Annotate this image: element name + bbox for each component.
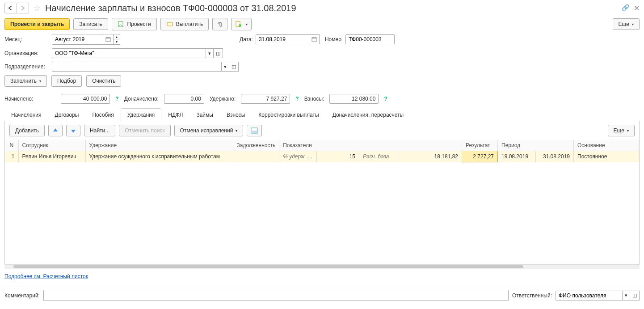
month-down-icon[interactable]: ▼ (114, 39, 120, 44)
org-label: Организация: (4, 50, 49, 56)
move-down-button[interactable] (66, 125, 80, 136)
post-close-button[interactable]: Провести и закрыть (4, 18, 70, 30)
org-open-icon[interactable]: ◫ (214, 48, 223, 58)
tab-7[interactable]: Корректировки выплаты (252, 108, 325, 121)
attach-button[interactable] (212, 18, 227, 30)
month-input[interactable] (52, 34, 103, 45)
col-debt[interactable]: Задолженность (233, 140, 279, 151)
clear-button[interactable]: Очистить (86, 75, 121, 87)
withheld-label: Удержано: (210, 96, 236, 102)
dept-open-icon[interactable]: ◫ (229, 62, 239, 72)
dept-label: Подразделение: (4, 63, 49, 70)
extra-label: Доначислено: (124, 96, 159, 102)
tab-1[interactable]: Договоры (48, 108, 86, 121)
comment-label: Комментарий: (4, 292, 40, 299)
details-link[interactable]: Подробнее см. Расчетный листок (0, 269, 93, 284)
contrib-label: Взносы: (304, 96, 324, 102)
accrued-value: 40 000,00 (61, 94, 110, 104)
sub-more-button[interactable]: Еще ▾ (608, 125, 635, 136)
save-button[interactable]: Записать (73, 18, 108, 30)
cell-deduction: Удержание осужденного к исправительным р… (85, 151, 233, 162)
comment-input[interactable] (43, 290, 509, 301)
fill-button[interactable]: Заполнить ▾ (4, 75, 47, 87)
contrib-value: 12 080,00 (329, 94, 379, 104)
cell-ind-val: 15 (317, 151, 359, 162)
col-n[interactable]: N (5, 140, 18, 151)
cell-employee: Репин Илья Игоревич (18, 151, 85, 162)
cell-basis: Постоянное (574, 151, 639, 162)
close-icon[interactable]: ✕ (634, 4, 640, 13)
post-button[interactable]: Провести (112, 18, 157, 30)
date-calendar-icon[interactable] (309, 34, 320, 44)
tab-2[interactable]: Пособия (85, 108, 120, 121)
table-row[interactable]: 1 Репин Илья Игоревич Удержание осужденн… (5, 151, 639, 162)
cell-base-label: Расч. база (359, 151, 397, 162)
svg-rect-5 (106, 38, 110, 38)
help-icon[interactable]: ? (295, 96, 299, 102)
link-icon[interactable]: 🔗 (622, 4, 629, 13)
page-title: Начисление зарплаты и взносов ТФ00-00000… (45, 3, 619, 13)
add-button[interactable]: Добавить (9, 125, 45, 136)
cell-result[interactable]: 2 727,27 (462, 151, 498, 162)
cell-debt (233, 151, 279, 162)
org-input[interactable] (52, 48, 206, 58)
nav-back-button[interactable] (4, 3, 17, 13)
pay-button[interactable]: Выплатить (160, 18, 209, 30)
responsible-input[interactable] (556, 291, 623, 301)
cell-period-to: 31.08.2019 (536, 151, 574, 162)
col-employee[interactable]: Сотрудник (18, 140, 85, 151)
svg-point-3 (239, 24, 241, 27)
col-deduction[interactable]: Удержание (85, 140, 233, 151)
pick-button[interactable]: Подбор (51, 75, 82, 87)
tab-3[interactable]: Удержания (121, 108, 162, 121)
help-icon[interactable]: ? (115, 96, 118, 102)
tab-8[interactable]: Доначисления, перерасчеты (326, 108, 410, 121)
tab-5[interactable]: Займы (189, 108, 220, 121)
date-input[interactable] (256, 34, 309, 44)
horizontal-scrollbar[interactable] (4, 264, 640, 269)
tab-6[interactable]: Взносы (220, 108, 252, 121)
cell-period-from: 19.08.2019 (498, 151, 536, 162)
find-button[interactable]: Найти... (84, 125, 115, 136)
responsible-open-icon[interactable]: ◫ (630, 291, 640, 301)
cancel-search-button: Отменить поиск (119, 125, 170, 136)
move-up-button[interactable] (48, 125, 63, 136)
cell-ind-label: % удерж. … (279, 151, 317, 162)
cell-base-val: 18 181,82 (397, 151, 462, 162)
dept-input[interactable] (52, 62, 222, 72)
org-dropdown-icon[interactable]: ▾ (206, 48, 214, 58)
date-label: Дата: (240, 36, 253, 42)
favorite-star-icon[interactable]: ☆ (34, 3, 41, 13)
nav-forward-button[interactable] (17, 3, 29, 13)
col-basis[interactable]: Основание (574, 140, 639, 151)
tab-0[interactable]: Начисления (4, 108, 48, 121)
svg-rect-7 (312, 38, 316, 38)
responsible-dropdown-icon[interactable]: ▾ (623, 291, 630, 301)
col-period[interactable]: Период (498, 140, 574, 151)
svg-rect-1 (167, 22, 173, 26)
responsible-label: Ответственный: (512, 292, 552, 299)
col-result[interactable]: Результат (462, 140, 498, 151)
svg-rect-9 (251, 131, 257, 133)
accrued-label: Начислено: (4, 96, 33, 102)
number-label: Номер: (325, 36, 343, 42)
number-input[interactable] (345, 34, 395, 44)
create-based-button[interactable]: ▾ (231, 18, 252, 30)
cancel-fix-button[interactable]: Отмена исправлений ▾ (174, 125, 244, 136)
dept-dropdown-icon[interactable]: ▾ (222, 62, 229, 72)
col-indicators[interactable]: Показатели (279, 140, 462, 151)
month-label: Месяц: (4, 36, 49, 42)
show-details-button[interactable] (247, 125, 262, 136)
withheld-value: 7 927,27 (241, 94, 290, 104)
tab-4[interactable]: НДФЛ (161, 108, 189, 121)
help-icon[interactable]: ? (384, 96, 387, 102)
month-calendar-icon[interactable] (103, 34, 114, 45)
cell-n: 1 (5, 151, 18, 162)
month-up-icon[interactable]: ▲ (114, 34, 120, 39)
extra-value: 0,00 (164, 94, 204, 104)
more-button[interactable]: Еще ▾ (613, 18, 640, 30)
